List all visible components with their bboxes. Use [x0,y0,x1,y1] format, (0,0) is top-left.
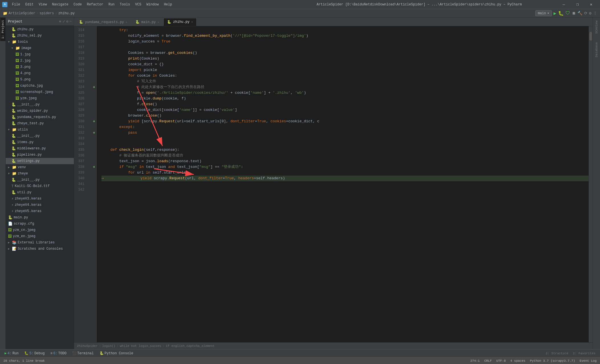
status-position[interactable]: 274:1 [470,359,480,363]
code-line-324: # 此处大家修改一下自己的文件所在路径 [101,84,589,90]
file-tree-zheyeV3[interactable]: ⚡ zheyeV3.keras [6,196,74,202]
terminal-bottom-btn[interactable]: ⬛ Terminal [70,351,96,356]
editor-tabs: 🐍 yundama_requests.py ✕ 🐍 main.py ✕ 🐍 zh… [74,18,593,26]
project-settings-icon[interactable]: ⚙ [66,19,68,24]
file-tree-captcha[interactable]: 🖼 captcha.jpg [6,83,74,89]
structure-tab[interactable]: 2: Structure [544,352,571,355]
file-tree-zheyeV4[interactable]: ⚡ zheyeV4.keras [6,202,74,208]
sync-button[interactable]: ⟳ [584,11,587,16]
menu-window[interactable]: Window [144,2,161,7]
file-tree-tools-folder[interactable]: ▼ 📁 tools [6,39,74,45]
file-tree-yundama[interactable]: 🐍 yundama_requests.py [6,114,74,120]
status-python[interactable]: Python 3.7 (scrapy3.7.7) [530,359,575,363]
tab-yundama[interactable]: 🐍 yundama_requests.py ✕ [75,18,131,26]
python-console-bottom-btn[interactable]: 🐍 Python Console [97,351,136,356]
run-button[interactable]: ▶ [554,11,556,16]
more-button[interactable]: ⋮ [593,11,597,16]
menu-view[interactable]: View [36,2,49,7]
project-close-icon[interactable]: — [70,19,72,24]
menu-refactor[interactable]: Refactor [85,2,106,7]
build-button[interactable]: 🔨 [577,11,582,16]
tab-close-zhihu[interactable]: ✕ [191,20,193,24]
file-tree-zhihu-sel-py[interactable]: 🐍 zhihu_sel.py [6,32,74,39]
file-tree-util[interactable]: 🐍 util.py [6,189,74,196]
status-line-sep[interactable]: CRLF [484,359,492,363]
status-indent[interactable]: 4 spaces [510,359,525,363]
file-tree-weibo[interactable]: 🐍 weibo_spider.py [6,108,74,114]
settings-button[interactable]: ⚙ [589,11,591,16]
file-tree-kaiti[interactable]: T Kaiti-SC-Bold.ttf [6,183,74,189]
menu-file[interactable]: File [10,2,23,7]
debug-button[interactable]: 🐛 [558,11,564,16]
project-locate-icon[interactable]: ⊕ [59,19,61,24]
project-expand-icon[interactable]: ⤢ [62,19,65,24]
minimize-button[interactable]: — [557,0,570,9]
run-config-dropdown-icon: ▾ [547,11,549,15]
file-tree-yzm-jpeg[interactable]: 🖼 yzm.jpeg [6,95,74,101]
file-tree-venv-folder[interactable]: ▶ 📁 venv [6,164,74,170]
menu-edit[interactable]: Edit [23,2,36,7]
file-tree-middlewares[interactable]: 🐍 middlewares.py [6,145,74,152]
run-bottom-btn[interactable]: ▶ 4: Run [2,351,21,356]
debug-bottom-btn[interactable]: 🐛 5: Debug [22,351,47,356]
file-tree-utils-folder[interactable]: ▼ 📁 utils [6,127,74,133]
project-tab[interactable]: 1: Project [0,18,5,41]
terminal-bottom-icon: ⬛ [72,351,76,355]
file-tree-zheyeV5[interactable]: ⚡ zheyeV5.keras [6,208,74,214]
file-tree-yzm-cn[interactable]: 🖼 yzm_cn.jpeg [6,227,74,233]
file-tree-4png[interactable]: 🖼 4.png [6,70,74,76]
code-line-340: → yield scrapy.Request(url, dont_filter=… [101,176,589,181]
favorites-tab[interactable]: 2: Favorites [571,352,598,355]
breadcrumb-spiders[interactable]: spiders [40,11,54,15]
menu-vcs[interactable]: VCS [133,2,144,7]
file-tree-5png[interactable]: 🖼 5.png [6,76,74,83]
status-right: 274:1 CRLF UTF-8 4 spaces Python 3.7 (sc… [470,359,597,363]
file-tree-zhihu-py[interactable]: 🐍 zhihu.py [6,26,74,32]
file-tree-init-zheye[interactable]: 🐍 __init__.py [6,177,74,183]
stop-button[interactable]: ⏹ [572,11,576,16]
file-tree-init-tools[interactable]: 🐍 __init__.py [6,101,74,108]
tab-main[interactable]: 🐍 main.py ✕ [132,18,163,26]
scaview-tab[interactable]: SCAView [595,21,598,34]
code-line-318: Cookies = browser.get_cookies() [101,50,589,56]
file-tree-zheye-test[interactable]: 🐍 zheye_test.py [6,120,74,127]
todo-bottom-btn[interactable]: ≡ 6: TODO [48,351,69,356]
maximize-button[interactable]: ❐ [571,0,584,9]
close-button[interactable]: ✕ [585,0,598,9]
run-with-coverage-button[interactable]: 🛡 [566,11,570,16]
file-tree-yzm-en[interactable]: 🖼 yzm_en.jpeg [6,233,74,239]
file-tree-screenshot[interactable]: 🖼 screenshopt.jpeg [6,89,74,95]
file-tree-scratches[interactable]: ▶ 📝 Scratches and Consoles [6,246,74,252]
file-tree-2jpg[interactable]: 🖼 2.jpg [6,58,74,64]
editor-scrollbar[interactable] [589,26,593,342]
event-log-btn[interactable]: Event Log [580,359,597,363]
file-tree-items[interactable]: 🐍 items.py [6,139,74,145]
menu-help[interactable]: Help [162,2,174,7]
file-tree-pipelines[interactable]: 🐍 pipelines.py [6,152,74,158]
breadcrumb-file[interactable]: zhihu.py [58,11,75,15]
file-tree-scrapy-cfg[interactable]: 📄 scrapy.cfg [6,221,74,227]
tab-close-main[interactable]: ✕ [157,21,159,24]
menu-bar: File Edit View Navigate Code Refactor Ru… [10,2,281,7]
code-content[interactable]: try: notify_element = browser.find_eleme… [97,26,589,342]
file-tree-3png[interactable]: 🖼 3.png [6,64,74,70]
breadcrumb-app[interactable]: ArticleSpider [9,11,35,15]
code-editor[interactable]: 314 315 316 317 318 319 320 321 322 323 … [74,26,593,342]
tab-zhihu[interactable]: 🐍 zhihu.py ✕ [163,18,197,26]
file-tree-init-utils[interactable]: 🐍 __init__.py [6,133,74,139]
file-tree-external-libs[interactable]: ▶ 📚 External Libraries [6,239,74,246]
menu-code[interactable]: Code [71,2,84,7]
database-tab[interactable]: Database [595,42,598,57]
file-tree-image-folder[interactable]: ▼ 📁 image [6,45,74,51]
menu-tools[interactable]: Tools [117,2,132,7]
menu-run[interactable]: Run [106,2,117,7]
run-config-selector[interactable]: main ▾ [535,10,552,16]
editor-area: 🐍 yundama_requests.py ✕ 🐍 main.py ✕ 🐍 zh… [74,18,593,349]
status-encoding[interactable]: UTF-8 [496,359,506,363]
menu-navigate[interactable]: Navigate [50,2,71,7]
file-tree-1jpg[interactable]: 🖼 1.jpg [6,51,74,58]
file-tree-main[interactable]: 🐍 main.py [6,214,74,221]
file-tree-zheye-folder[interactable]: ▼ 📁 zheye [6,170,74,177]
file-tree-settings[interactable]: 🐍 settings.py [6,158,74,164]
tab-close-yundama[interactable]: ✕ [126,21,127,24]
